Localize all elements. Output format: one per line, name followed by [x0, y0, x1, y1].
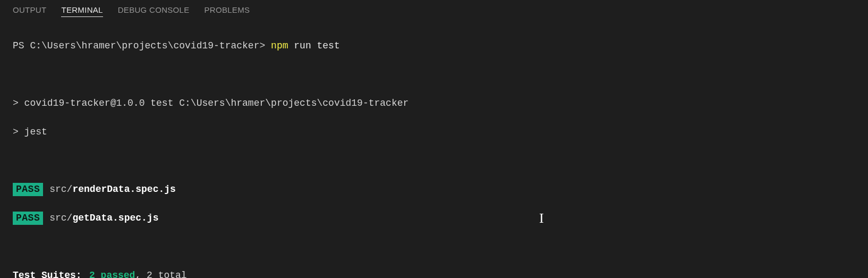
- command-args: run test: [288, 40, 340, 51]
- blank-line: [13, 240, 855, 254]
- test-pass-line-2: PASSsrc/getData.spec.js: [13, 211, 855, 225]
- suites-passed: 2 passed: [89, 270, 135, 278]
- test-file: getData.spec.js: [72, 213, 158, 223]
- pass-badge: PASS: [13, 212, 43, 225]
- summary-suites: Test Suites:2 passed, 2 total: [13, 268, 855, 278]
- tab-output[interactable]: OUTPUT: [13, 5, 46, 17]
- terminal-output[interactable]: PS C:\Users\hramer\projects\covid19-trac…: [0, 21, 868, 278]
- suites-total: , 2 total: [135, 270, 186, 278]
- panel-tabs: OUTPUT TERMINAL DEBUG CONSOLE PROBLEMS: [0, 0, 868, 21]
- tab-terminal[interactable]: TERMINAL: [61, 5, 103, 17]
- pass-badge: PASS: [13, 183, 43, 196]
- jest-invoke-line: > jest: [13, 125, 855, 139]
- label-test-suites: Test Suites:: [13, 268, 89, 278]
- ps-prompt: PS C:\Users\hramer\projects\covid19-trac…: [13, 40, 271, 51]
- test-pass-line-1: PASSsrc/renderData.spec.js: [13, 182, 855, 197]
- tab-problems[interactable]: PROBLEMS: [204, 5, 250, 17]
- blank-line: [13, 68, 855, 82]
- command-npm: npm: [271, 40, 288, 51]
- tab-debug-console[interactable]: DEBUG CONSOLE: [118, 5, 190, 17]
- npm-script-line: > covid19-tracker@1.0.0 test C:\Users\hr…: [13, 96, 855, 111]
- command-line-1: PS C:\Users\hramer\projects\covid19-trac…: [13, 39, 855, 53]
- test-dir: src/: [49, 213, 72, 223]
- blank-line: [13, 154, 855, 168]
- test-file: renderData.spec.js: [72, 184, 175, 195]
- test-dir: src/: [49, 184, 72, 195]
